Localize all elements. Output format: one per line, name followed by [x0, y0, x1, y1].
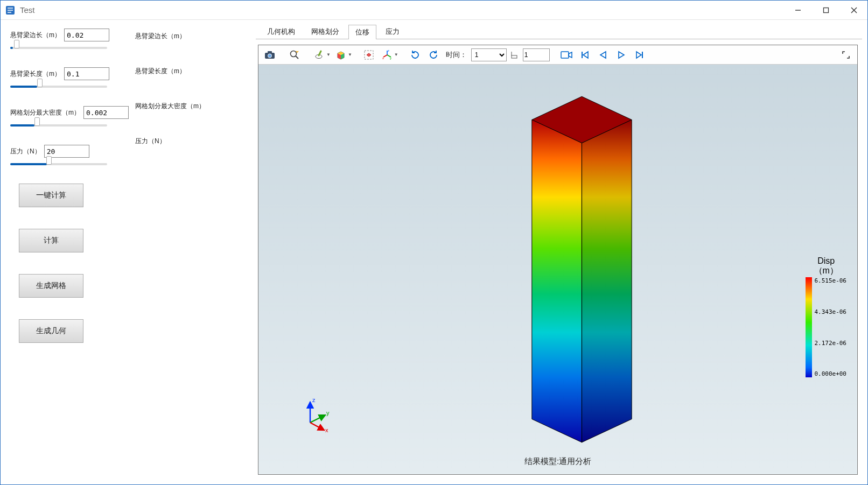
- body: 悬臂梁边长（m） 悬臂梁长度（m）: [1, 20, 867, 484]
- svg-line-33: [310, 423, 324, 430]
- panel-params: 悬臂梁边长（m） 悬臂梁长度（m）: [6, 25, 131, 479]
- window-controls: [789, 3, 863, 18]
- titlebar: Test: [1, 1, 867, 20]
- axis-orientation-icon[interactable]: zyx: [379, 47, 395, 63]
- mid-label-force: 压力（N）: [135, 133, 256, 146]
- step-align-icon[interactable]: [509, 47, 521, 63]
- svg-line-18: [383, 55, 387, 57]
- panel-mid-labels: 悬臂梁边长（m） 悬臂梁长度（m） 网格划分最大密度（m） 压力（N）: [131, 25, 256, 479]
- mid-label-length: 悬臂梁长度（m）: [135, 64, 256, 76]
- param-force-slider[interactable]: [10, 160, 107, 168]
- brush-dropdown[interactable]: ▼: [311, 47, 331, 63]
- legend-tick: 2.172e-06: [814, 340, 846, 347]
- video-icon[interactable]: [558, 47, 575, 63]
- time-step-spinner[interactable]: [523, 48, 550, 61]
- param-edge-input[interactable]: [64, 29, 109, 41]
- legend-tick: 4.343e-06: [814, 308, 846, 315]
- legend-ticks: 6.515e-06 4.343e-06 2.172e-06 0.000e+00: [814, 277, 846, 377]
- legend-tick: 6.515e-06: [814, 277, 846, 284]
- svg-text:y: y: [390, 57, 391, 60]
- svg-line-9: [296, 56, 298, 59]
- fit-view-icon[interactable]: [361, 47, 377, 63]
- legend-colorbar: [806, 277, 812, 377]
- play-icon[interactable]: [613, 47, 629, 63]
- prev-frame-icon[interactable]: [595, 47, 611, 63]
- param-length-slider[interactable]: [10, 82, 107, 91]
- first-frame-icon[interactable]: [577, 47, 593, 63]
- result-tabs: 几何机构 网格划分 位移 应力: [256, 25, 862, 39]
- model-caption: 结果模型:通用分析: [524, 456, 591, 467]
- param-force-label: 压力（N）: [10, 147, 41, 156]
- tab-geometry[interactable]: 几何机构: [260, 24, 302, 39]
- svg-rect-22: [512, 55, 517, 58]
- param-length-input[interactable]: [64, 67, 109, 80]
- svg-text:x: x: [325, 427, 328, 433]
- generate-geometry-button[interactable]: 生成几何: [19, 319, 83, 343]
- viewport-canvas[interactable]: z y x 结果模型:通用分析 Disp （m）: [258, 65, 857, 474]
- brush-icon[interactable]: [311, 47, 327, 63]
- param-mesh: 网格划分最大密度（m）: [10, 106, 131, 130]
- zoom-icon[interactable]: [286, 47, 303, 63]
- param-force: 压力（N）: [10, 145, 131, 168]
- axis-triad-icon: z y x: [299, 396, 337, 433]
- svg-point-8: [291, 51, 297, 57]
- svg-text:y: y: [326, 410, 330, 416]
- param-mesh-input[interactable]: [83, 106, 129, 119]
- panel-viewport: 几何机构 网格划分 位移 应力: [256, 25, 862, 479]
- param-length: 悬臂梁长度（m）: [10, 67, 131, 91]
- param-mesh-slider[interactable]: [10, 121, 107, 130]
- svg-text:x: x: [382, 57, 384, 60]
- mid-label-mesh: 网格划分最大密度（m）: [135, 99, 256, 111]
- viewport-toolbar: ▼ ▼: [258, 45, 857, 65]
- param-length-label: 悬臂梁长度（m）: [10, 69, 61, 79]
- tab-displacement[interactable]: 位移: [348, 25, 376, 39]
- camera-icon[interactable]: [262, 47, 278, 63]
- result-model: [258, 65, 857, 474]
- rotate-cw-icon[interactable]: [407, 47, 423, 63]
- svg-rect-2: [824, 8, 829, 12]
- svg-point-7: [268, 54, 272, 58]
- tab-mesh[interactable]: 网格划分: [304, 24, 346, 39]
- window-title: Test: [20, 5, 789, 15]
- tab-stress[interactable]: 应力: [379, 24, 407, 39]
- viewport-frame: ▼ ▼: [258, 45, 858, 475]
- rotate-ccw-icon[interactable]: [425, 47, 442, 63]
- param-edge-slider[interactable]: [10, 44, 107, 52]
- minimize-button[interactable]: [789, 3, 807, 18]
- svg-rect-6: [268, 51, 272, 53]
- svg-line-32: [310, 415, 325, 423]
- app-window: Test 悬臂梁边长（m）: [0, 0, 868, 485]
- param-edge-label: 悬臂梁边长（m）: [10, 31, 61, 40]
- time-select[interactable]: 1: [471, 48, 507, 61]
- legend-tick: 0.000e+00: [814, 370, 846, 377]
- svg-text:z: z: [312, 397, 316, 403]
- maximize-button[interactable]: [817, 3, 835, 18]
- legend-title: Disp: [806, 256, 846, 266]
- legend-subtitle: （m）: [806, 266, 846, 276]
- cube-colormap-icon[interactable]: [333, 47, 349, 63]
- close-button[interactable]: [845, 3, 863, 18]
- param-edge: 悬臂梁边长（m）: [10, 29, 131, 52]
- colormap-dropdown[interactable]: ▼: [333, 47, 352, 63]
- one-click-compute-button[interactable]: 一键计算: [19, 184, 83, 207]
- expand-icon[interactable]: [838, 47, 854, 63]
- time-label: 时间：: [446, 50, 467, 60]
- compute-button[interactable]: 计算: [19, 229, 83, 252]
- generate-mesh-button[interactable]: 生成网格: [19, 274, 83, 298]
- last-frame-icon[interactable]: [632, 47, 648, 63]
- axis-orientation-dropdown[interactable]: zyx ▼: [379, 47, 398, 63]
- svg-text:z: z: [388, 50, 389, 52]
- param-mesh-label: 网格划分最大密度（m）: [10, 108, 80, 117]
- app-icon: [5, 5, 16, 16]
- svg-marker-28: [532, 120, 582, 442]
- svg-rect-24: [561, 52, 569, 58]
- svg-marker-29: [582, 120, 632, 442]
- mid-label-edge: 悬臂梁边长（m）: [135, 29, 256, 41]
- color-legend: Disp （m） 6.515e-06 4.343e-06 2.172e-06 0…: [806, 256, 846, 377]
